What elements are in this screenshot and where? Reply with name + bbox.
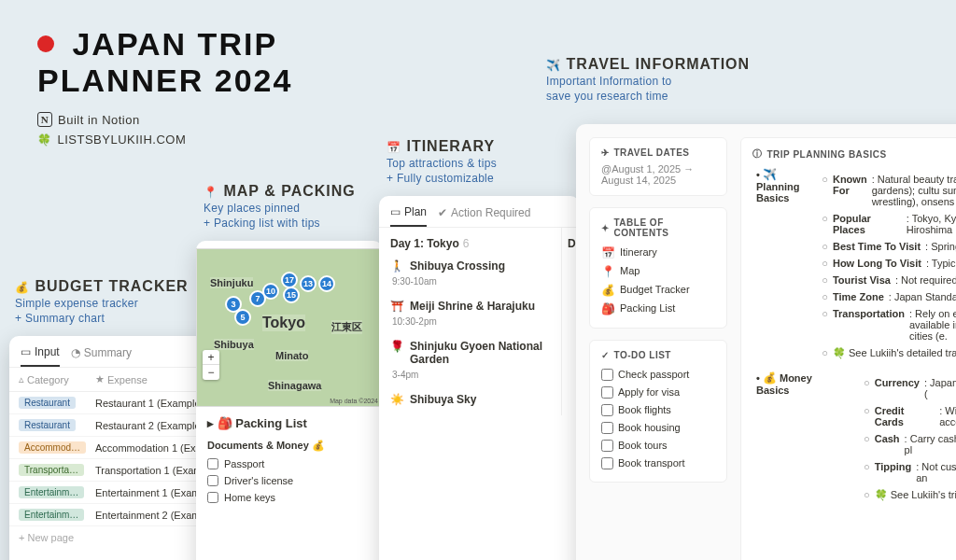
- checkbox[interactable]: [601, 457, 613, 469]
- checkbox[interactable]: [601, 404, 613, 416]
- travel-info-card: ✈TRAVEL DATES @August 1, 2025 → August 1…: [576, 124, 956, 560]
- category-tag: Accommod…: [19, 441, 86, 454]
- checkbox[interactable]: [601, 422, 613, 434]
- item-icon: 🌹: [390, 340, 404, 353]
- sparkle-icon: ✦: [601, 223, 610, 233]
- calendar-icon: ▭: [390, 205, 401, 218]
- tab-input[interactable]: ▭ Input: [21, 345, 60, 367]
- tab-action-required[interactable]: ✔ Action Required: [438, 205, 530, 227]
- basics-item: 🍀 See Lukiih's trip cost br: [864, 486, 956, 504]
- toc-item[interactable]: 📍Map: [601, 262, 715, 281]
- itinerary-item[interactable]: ☀️Shibuya Sky: [379, 389, 561, 415]
- itinerary-item[interactable]: 🌹Shinjuku Gyoen National Garden3-4pm: [379, 336, 561, 389]
- toc-card: ✦TABLE OF CONTENTS 📅Itinerary📍Map💰Budget…: [589, 207, 727, 329]
- basics-item: Tipping: Not customary an: [864, 458, 956, 486]
- toc-item[interactable]: 💰Budget Tracker: [601, 281, 715, 300]
- basics-item: Tourist Visa: Not required: [822, 272, 956, 288]
- packing-item[interactable]: Passport: [207, 455, 372, 472]
- toc-item[interactable]: 🎒Packing List: [601, 300, 715, 318]
- checkbox[interactable]: [601, 440, 613, 452]
- item-icon: ⛩️: [390, 300, 404, 313]
- todo-item[interactable]: Book housing: [601, 419, 715, 437]
- basics-item: 🍀 See Lukiih's detailed tra: [822, 344, 956, 362]
- basics-item: Currency: Japanese Yen (: [864, 374, 956, 402]
- todo-item[interactable]: Check passport: [601, 366, 715, 384]
- basics-item: How Long To Visit: Typica: [822, 255, 956, 272]
- notion-icon: N: [37, 112, 52, 127]
- check-circle-icon: ✔: [438, 206, 447, 219]
- item-time: 3-4pm: [390, 370, 550, 380]
- basics-item: Known For: Natural beauty traditional ga…: [822, 171, 956, 210]
- map-packing-card: Tokyo Shinjuku Shibuya Minato Shinagawa …: [196, 241, 383, 560]
- category-tag: Entertainm…: [19, 509, 84, 521]
- page-title: JAPAN TRIP PLANNER 2024: [37, 26, 292, 99]
- map-pin[interactable]: 5: [234, 309, 251, 326]
- category-tag: Restaurant: [19, 419, 76, 431]
- todo-item[interactable]: Book transport: [601, 455, 715, 472]
- item-icon: 🚶: [390, 259, 404, 273]
- packing-item[interactable]: Home keys: [207, 489, 372, 506]
- itinerary-card: ▭ Plan ✔ Action Required Day 1: Tokyo6 🚶…: [379, 196, 580, 560]
- budget-section-label: 💰 BUDGET TRACKER Simple expense tracker …: [15, 278, 189, 325]
- money-icon: 💰: [15, 281, 30, 294]
- packing-list-title: ▸ 🎒 Packing List: [196, 407, 383, 434]
- map-section-label: 📍 MAP & PACKING Key places pinned + Pack…: [204, 183, 356, 230]
- checkbox[interactable]: [207, 458, 218, 469]
- tab-summary[interactable]: ◔ Summary: [71, 345, 132, 367]
- itinerary-item[interactable]: 🚶Shibuya Crossing9:30-10am: [379, 256, 561, 296]
- toc-item[interactable]: 📅Itinerary: [601, 244, 715, 262]
- todo-item[interactable]: Book tours: [601, 437, 715, 455]
- map-city-label: Tokyo: [262, 315, 305, 331]
- map-attribution: Map data ©2024: [330, 398, 378, 404]
- map-zoom[interactable]: +−: [203, 350, 219, 380]
- map-pin[interactable]: 10: [262, 283, 279, 300]
- basics-item: Popular Places: Tokyo, Ky Hiroshima: [822, 210, 956, 238]
- star-icon: ★: [95, 373, 105, 385]
- packing-item[interactable]: Driver's license: [207, 472, 372, 489]
- item-time: 9:30-10am: [390, 276, 550, 287]
- map-image[interactable]: Tokyo Shinjuku Shibuya Minato Shinagawa …: [196, 248, 383, 407]
- trip-basics-card: ⓘTRIP PLANNING BASICS ✈️ Planning Basics…: [740, 137, 956, 560]
- clover-icon: 🍀: [37, 133, 52, 147]
- item-time: 10:30-2pm: [390, 316, 550, 327]
- packing-group-title: Documents & Money 💰: [196, 434, 383, 455]
- info-icon: ⓘ: [752, 147, 763, 161]
- basics-item: Credit Cards: Widely acce: [864, 402, 956, 430]
- checkbox[interactable]: [207, 475, 218, 486]
- category-tag: Restaurant: [19, 397, 76, 409]
- todo-item[interactable]: Book flights: [601, 401, 715, 419]
- travel-info-section-label: ✈️ TRAVEL INFORMATION Important Informat…: [546, 56, 750, 103]
- site-credit: 🍀 LISTSBYLUKIIH.COM: [37, 133, 292, 147]
- checkbox[interactable]: [601, 369, 613, 381]
- at-icon: @: [601, 163, 612, 175]
- input-icon: ▭: [21, 345, 31, 358]
- calendar-icon: 📅: [387, 141, 401, 154]
- page-header: JAPAN TRIP PLANNER 2024 N Built in Notio…: [37, 26, 292, 152]
- checkbox[interactable]: [601, 386, 613, 399]
- itinerary-section-label: 📅 ITINERARY Top attractions & tips + Ful…: [387, 138, 497, 185]
- map-pin[interactable]: 13: [300, 275, 316, 292]
- map-pin[interactable]: 17: [281, 272, 298, 288]
- built-in-notion: N Built in Notion: [37, 112, 292, 127]
- tab-plan[interactable]: ▭ Plan: [390, 205, 427, 227]
- basics-item: Time Zone: Japan Standa: [822, 288, 956, 305]
- clock-icon: ◔: [71, 346, 80, 359]
- pin-icon: 📍: [204, 186, 218, 199]
- basics-item: Best Time To Visit: Spring: [822, 238, 956, 255]
- checkbox[interactable]: [207, 492, 218, 503]
- item-icon: ☀️: [390, 393, 404, 406]
- travel-dates-card: ✈TRAVEL DATES @August 1, 2025 → August 1…: [589, 137, 727, 196]
- map-pin[interactable]: 14: [318, 275, 335, 292]
- check-icon: ✓: [601, 350, 610, 360]
- map-pin[interactable]: 15: [283, 287, 300, 303]
- todo-card: ✓TO-DO LIST Check passportApply for visa…: [589, 340, 727, 483]
- category-tag: Entertainm…: [19, 486, 84, 498]
- basics-item: Cash: Carry cash (many pl: [864, 430, 956, 458]
- basics-item: Transportation: Rely on ef available in …: [822, 305, 956, 344]
- person-icon: ▵: [19, 373, 24, 385]
- itinerary-item[interactable]: ⛩️Meiji Shrine & Harajuku10:30-2pm: [379, 296, 561, 336]
- todo-item[interactable]: Apply for visa: [601, 384, 715, 401]
- plane-icon: ✈️: [546, 59, 561, 72]
- day-heading: Day 1: Tokyo6: [379, 228, 561, 256]
- plane-takeoff-icon: ✈: [601, 147, 610, 158]
